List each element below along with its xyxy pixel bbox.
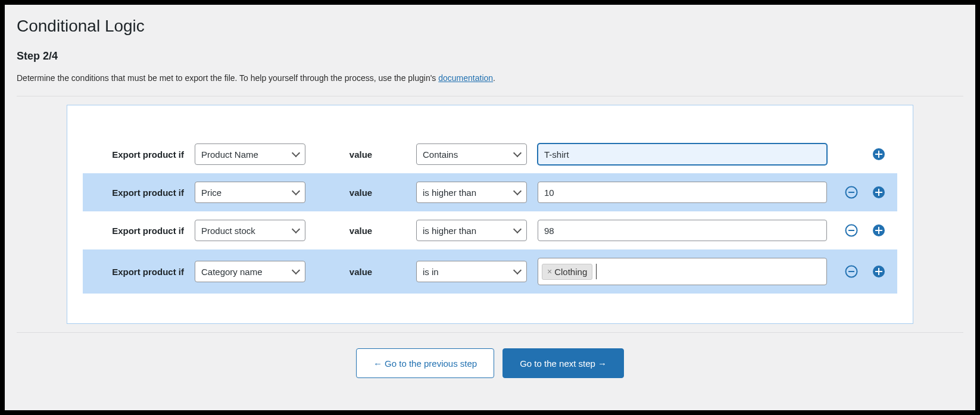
row-actions xyxy=(838,148,885,161)
remove-row-button[interactable] xyxy=(845,265,858,278)
condition-label: Export product if xyxy=(95,267,184,277)
documentation-link[interactable]: documentation xyxy=(438,73,493,83)
field-select-value: Product stock xyxy=(201,226,255,236)
operator-select[interactable]: is in xyxy=(416,261,527,282)
prev-step-button[interactable]: ← Go to the previous step xyxy=(356,348,494,378)
field-select[interactable]: Product Name xyxy=(195,143,305,165)
text-cursor xyxy=(596,264,597,279)
value-label: value xyxy=(316,188,405,198)
svg-rect-14 xyxy=(848,271,854,272)
operator-select[interactable]: is higher than xyxy=(416,182,527,203)
operator-select-value: is higher than xyxy=(423,188,476,198)
plus-circle-icon xyxy=(872,224,885,237)
add-row-button[interactable] xyxy=(872,148,885,161)
page-container: Conditional Logic Step 2/4 Determine the… xyxy=(5,5,975,410)
value-label: value xyxy=(316,267,405,277)
field-select-value: Price xyxy=(201,188,221,198)
description-prefix: Determine the conditions that must be me… xyxy=(17,73,438,83)
add-row-button[interactable] xyxy=(872,265,885,278)
field-select[interactable]: Product stock xyxy=(195,220,305,241)
field-select[interactable]: Price xyxy=(195,182,305,203)
svg-rect-9 xyxy=(848,230,854,231)
condition-row: Export product if Product stock value is… xyxy=(83,211,897,249)
value-input[interactable] xyxy=(538,143,827,165)
step-label: Step 2/4 xyxy=(17,50,963,63)
page-title: Conditional Logic xyxy=(17,17,963,36)
operator-select-value: is higher than xyxy=(423,226,476,236)
condition-row: Export product if Category name value is… xyxy=(83,249,897,294)
description-suffix: . xyxy=(493,73,495,83)
footer-nav: ← Go to the previous step Go to the next… xyxy=(17,333,963,378)
svg-rect-4 xyxy=(848,192,854,193)
next-step-button[interactable]: Go to the next step → xyxy=(503,348,624,378)
svg-rect-12 xyxy=(875,230,882,231)
svg-rect-2 xyxy=(875,154,882,155)
conditions-panel: Export product if Product Name value Con… xyxy=(67,105,913,324)
panel-wrap: Export product if Product Name value Con… xyxy=(17,96,963,333)
row-actions xyxy=(838,186,885,199)
tag-remove-icon[interactable]: × xyxy=(547,267,552,276)
row-actions xyxy=(838,265,885,278)
operator-select[interactable]: Contains xyxy=(416,143,527,165)
svg-rect-17 xyxy=(875,271,882,272)
condition-label: Export product if xyxy=(95,149,184,160)
plus-circle-icon xyxy=(872,265,885,278)
plus-circle-icon xyxy=(872,148,885,161)
condition-row: Export product if Price value is higher … xyxy=(83,173,897,211)
value-label: value xyxy=(316,226,405,236)
tag-label: Clothing xyxy=(554,267,587,277)
add-row-button[interactable] xyxy=(872,186,885,199)
condition-row: Export product if Product Name value Con… xyxy=(83,135,897,173)
svg-rect-7 xyxy=(875,192,882,193)
operator-select-value: is in xyxy=(423,267,439,277)
remove-row-button[interactable] xyxy=(845,224,858,237)
operator-select[interactable]: is higher than xyxy=(416,220,527,241)
field-select-value: Category name xyxy=(201,267,263,277)
minus-circle-icon xyxy=(845,186,858,199)
condition-label: Export product if xyxy=(95,188,184,198)
condition-label: Export product if xyxy=(95,226,184,236)
remove-placeholder xyxy=(845,148,858,161)
plus-circle-icon xyxy=(872,186,885,199)
value-label: value xyxy=(316,149,405,160)
add-row-button[interactable] xyxy=(872,224,885,237)
description: Determine the conditions that must be me… xyxy=(17,73,963,90)
minus-circle-icon xyxy=(845,265,858,278)
minus-circle-icon xyxy=(845,224,858,237)
field-select[interactable]: Category name xyxy=(195,261,305,282)
field-select-value: Product Name xyxy=(201,149,258,160)
value-input[interactable] xyxy=(538,220,827,241)
remove-row-button[interactable] xyxy=(845,186,858,199)
value-input[interactable] xyxy=(538,182,827,203)
operator-select-value: Contains xyxy=(423,149,458,160)
row-actions xyxy=(838,224,885,237)
tag-input[interactable]: × Clothing xyxy=(538,258,827,285)
tag-chip: × Clothing xyxy=(542,264,592,280)
